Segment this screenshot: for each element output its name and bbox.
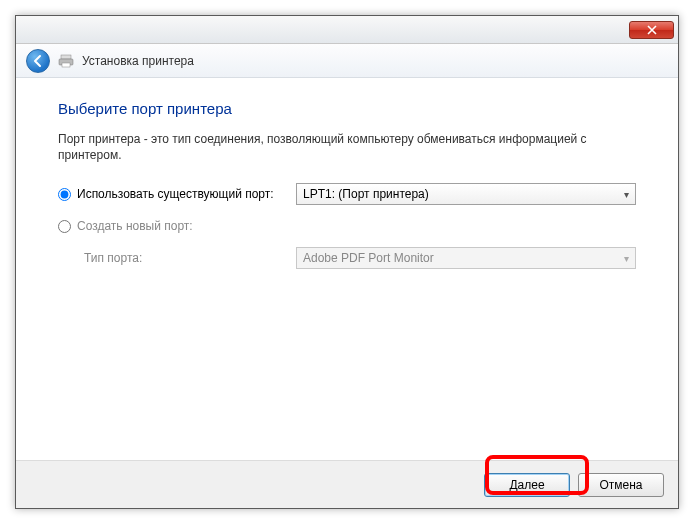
content-area: Выберите порт принтера Порт принтера - э… bbox=[16, 78, 678, 460]
header-bar: Установка принтера bbox=[16, 44, 678, 78]
port-type-value: Adobe PDF Port Monitor bbox=[303, 251, 434, 265]
radio-create-new[interactable] bbox=[58, 220, 71, 233]
svg-rect-2 bbox=[62, 63, 70, 67]
header-title: Установка принтера bbox=[82, 54, 194, 68]
close-button[interactable] bbox=[629, 21, 674, 39]
option-create-new-label[interactable]: Создать новый порт: bbox=[58, 219, 288, 233]
port-type-row: Тип порта: Adobe PDF Port Monitor bbox=[58, 247, 636, 269]
radio-use-existing-text: Использовать существующий порт: bbox=[77, 187, 274, 201]
port-type-select: Adobe PDF Port Monitor bbox=[296, 247, 636, 269]
existing-port-select[interactable]: LPT1: (Порт принтера) bbox=[296, 183, 636, 205]
port-type-label: Тип порта: bbox=[84, 251, 288, 265]
wizard-window: Установка принтера Выберите порт принтер… bbox=[15, 15, 679, 509]
radio-use-existing[interactable] bbox=[58, 188, 71, 201]
next-button[interactable]: Далее bbox=[484, 473, 570, 497]
cancel-button-label: Отмена bbox=[599, 478, 642, 492]
back-arrow-icon bbox=[31, 54, 45, 68]
next-button-label: Далее bbox=[509, 478, 544, 492]
back-button[interactable] bbox=[26, 49, 50, 73]
page-description: Порт принтера - это тип соединения, позв… bbox=[58, 131, 636, 163]
radio-create-new-text: Создать новый порт: bbox=[77, 219, 193, 233]
close-icon bbox=[647, 25, 657, 35]
option-create-new-row: Создать новый порт: bbox=[58, 219, 636, 233]
page-heading: Выберите порт принтера bbox=[58, 100, 636, 117]
titlebar bbox=[16, 16, 678, 44]
option-use-existing-label[interactable]: Использовать существующий порт: bbox=[58, 187, 288, 201]
svg-rect-0 bbox=[61, 55, 71, 59]
footer: Далее Отмена bbox=[16, 460, 678, 508]
cancel-button[interactable]: Отмена bbox=[578, 473, 664, 497]
option-use-existing-row: Использовать существующий порт: LPT1: (П… bbox=[58, 183, 636, 205]
existing-port-value: LPT1: (Порт принтера) bbox=[303, 187, 429, 201]
printer-icon bbox=[58, 53, 74, 69]
